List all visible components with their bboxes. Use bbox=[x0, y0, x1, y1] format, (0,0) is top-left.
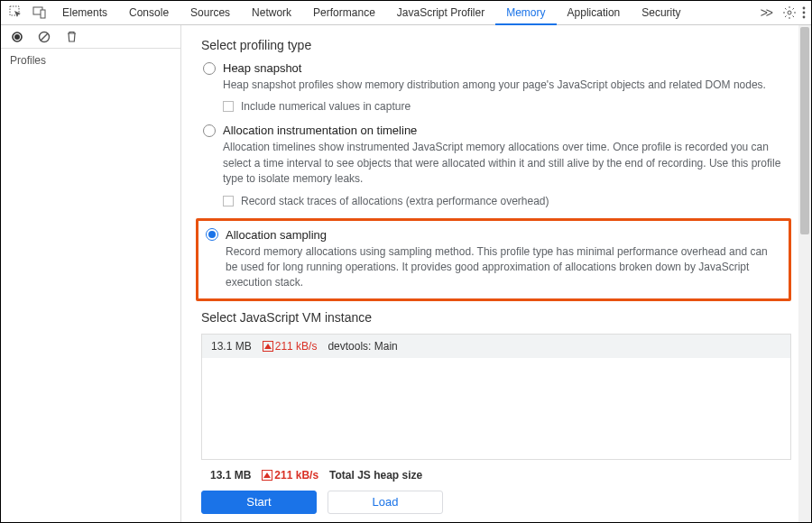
label-allocation-sampling: Allocation sampling bbox=[226, 228, 327, 242]
desc-allocation-timeline: Allocation timelines show instrumented J… bbox=[223, 140, 791, 187]
tab-application[interactable]: Application bbox=[557, 1, 632, 24]
vm-instance-list: 13.1 MB 211 kB/s devtools: Main bbox=[201, 334, 791, 460]
arrow-up-icon bbox=[264, 344, 272, 349]
profiles-sidebar: Profiles bbox=[1, 25, 181, 522]
vm-instance-title: Select JavaScript VM instance bbox=[201, 310, 791, 325]
tab-performance[interactable]: Performance bbox=[302, 1, 386, 24]
devtools-tabbar: Elements Console Sources Network Perform… bbox=[1, 1, 811, 25]
label-allocation-timeline: Allocation instrumentation on timeline bbox=[223, 124, 417, 137]
svg-point-4 bbox=[803, 7, 806, 10]
more-tabs-icon[interactable]: >> bbox=[755, 5, 777, 20]
option-allocation-timeline[interactable]: Allocation instrumentation on timeline A… bbox=[201, 124, 791, 206]
sidebar-header: Profiles bbox=[1, 49, 180, 72]
footer-rate: 211 kB/s bbox=[262, 469, 318, 482]
scroll-thumb[interactable] bbox=[800, 27, 809, 234]
highlighted-option-box: Allocation sampling Record memory alloca… bbox=[196, 218, 791, 301]
arrow-up-icon bbox=[263, 473, 271, 478]
inspect-icon[interactable] bbox=[5, 1, 28, 24]
delete-icon[interactable] bbox=[64, 30, 78, 44]
footer-size: 13.1 MB bbox=[210, 469, 251, 482]
tab-memory[interactable]: Memory bbox=[495, 1, 556, 25]
svg-rect-2 bbox=[41, 10, 45, 18]
vm-name: devtools: Main bbox=[328, 340, 397, 353]
load-button[interactable]: Load bbox=[328, 491, 443, 514]
label-stack-traces: Record stack traces of allocations (extr… bbox=[241, 195, 549, 207]
option-allocation-sampling[interactable]: Allocation sampling Record memory alloca… bbox=[204, 228, 781, 291]
radio-heap-snapshot[interactable] bbox=[203, 62, 216, 75]
profiling-type-title: Select profiling type bbox=[201, 38, 791, 52]
footer-label: Total JS heap size bbox=[329, 469, 422, 482]
tab-sources[interactable]: Sources bbox=[180, 1, 241, 24]
record-icon[interactable] bbox=[10, 30, 24, 44]
option-heap-snapshot[interactable]: Heap snapshot Heap snapshot profiles sho… bbox=[201, 61, 791, 113]
tab-security[interactable]: Security bbox=[631, 1, 691, 24]
label-heap-snapshot: Heap snapshot bbox=[223, 61, 301, 75]
settings-icon[interactable] bbox=[782, 5, 797, 20]
desc-allocation-sampling: Record memory allocations using sampling… bbox=[226, 244, 781, 291]
clear-icon[interactable] bbox=[37, 30, 51, 44]
vertical-scrollbar[interactable] bbox=[798, 25, 811, 522]
desc-heap-snapshot: Heap snapshot profiles show memory distr… bbox=[223, 78, 791, 93]
kebab-menu-icon[interactable] bbox=[802, 5, 806, 20]
memory-panel-main: Select profiling type Heap snapshot Heap… bbox=[181, 25, 811, 522]
device-toolbar-icon[interactable] bbox=[28, 1, 51, 24]
checkbox-include-numerical[interactable] bbox=[223, 101, 234, 112]
tab-console[interactable]: Console bbox=[118, 1, 180, 24]
checkbox-stack-traces[interactable] bbox=[223, 196, 234, 206]
label-include-numerical: Include numerical values in capture bbox=[241, 100, 411, 113]
vm-size: 13.1 MB bbox=[211, 340, 252, 353]
svg-point-8 bbox=[14, 34, 20, 40]
radio-allocation-timeline[interactable] bbox=[203, 124, 216, 137]
vm-instance-row[interactable]: 13.1 MB 211 kB/s devtools: Main bbox=[202, 335, 790, 358]
svg-point-3 bbox=[788, 11, 791, 14]
heap-footer: 13.1 MB 211 kB/s Total JS heap size bbox=[201, 469, 791, 482]
svg-point-6 bbox=[803, 16, 806, 19]
svg-line-10 bbox=[41, 33, 48, 41]
vm-rate: 211 kB/s bbox=[263, 340, 318, 353]
start-button[interactable]: Start bbox=[201, 491, 317, 514]
svg-point-5 bbox=[803, 12, 806, 14]
tab-elements[interactable]: Elements bbox=[51, 1, 118, 24]
radio-allocation-sampling[interactable] bbox=[206, 228, 218, 241]
tab-network[interactable]: Network bbox=[241, 1, 302, 24]
tab-js-profiler[interactable]: JavaScript Profiler bbox=[386, 1, 495, 24]
